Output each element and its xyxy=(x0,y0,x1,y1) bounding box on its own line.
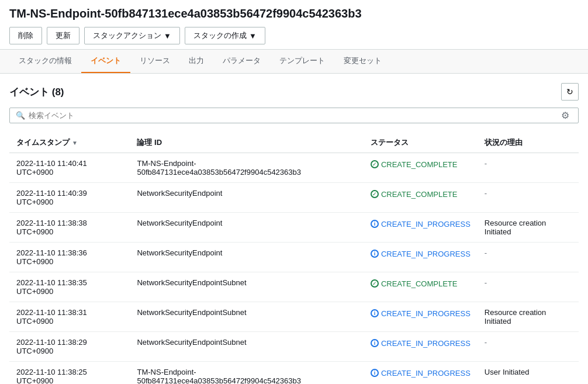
page-title-bar: TM-NS-Endpoint-50fb847131ece4a03853b5647… xyxy=(0,0,588,50)
cell-timestamp: 2022-11-10 11:38:31 UTC+0900 xyxy=(9,302,130,332)
tab-template[interactable]: テンプレート xyxy=(270,50,334,73)
table-header-row: タイムスタンプ ▼ 論理 ID ステータス 状況の理由 xyxy=(9,133,579,153)
cell-logical-id: NetworkSecurityEndpoint xyxy=(130,213,363,243)
status-progress-icon: i xyxy=(371,220,379,228)
cell-timestamp: 2022-11-10 11:38:29 UTC+0900 xyxy=(9,332,130,362)
table-row: 2022-11-10 11:38:29 UTC+0900NetworkSecur… xyxy=(9,332,579,362)
tab-info[interactable]: スタックの情報 xyxy=(9,50,81,73)
status-progress-icon: i xyxy=(371,309,379,317)
status-complete-icon: ✓ xyxy=(371,279,379,288)
col-header-reason: 状況の理由 xyxy=(478,133,579,153)
cell-timestamp: 2022-11-10 11:38:36 UTC+0900 xyxy=(9,243,130,272)
status-label: CREATE_COMPLETE xyxy=(381,160,458,169)
table-row: 2022-11-10 11:40:41 UTC+0900TM-NS-Endpoi… xyxy=(9,153,579,183)
col-header-timestamp: タイムスタンプ ▼ xyxy=(9,133,130,153)
events-title: イベント (8) xyxy=(9,85,64,99)
events-table: タイムスタンプ ▼ 論理 ID ステータス 状況の理由 2022-11-10 1… xyxy=(9,133,579,384)
cell-logical-id: NetworkSecurityEndpointSubnet xyxy=(130,332,363,362)
cell-status: ✓CREATE_COMPLETE xyxy=(364,272,478,302)
events-header: イベント (8) ↻ xyxy=(9,83,579,101)
table-row: 2022-11-10 11:38:31 UTC+0900NetworkSecur… xyxy=(9,302,579,332)
cell-status: iCREATE_IN_PROGRESS xyxy=(364,302,478,332)
table-row: 2022-11-10 11:38:36 UTC+0900NetworkSecur… xyxy=(9,243,579,272)
cell-reason: - xyxy=(478,243,579,272)
sort-icon: ▼ xyxy=(72,140,78,146)
status-progress-icon: i xyxy=(371,369,379,377)
status-label: CREATE_IN_PROGRESS xyxy=(381,250,471,258)
table-row: 2022-11-10 11:38:38 UTC+0900NetworkSecur… xyxy=(9,213,579,243)
cell-status: ✓CREATE_COMPLETE xyxy=(364,153,478,183)
page-title: TM-NS-Endpoint-50fb847131ece4a03853b5647… xyxy=(9,6,579,21)
cell-reason: - xyxy=(478,332,579,362)
cell-logical-id: NetworkSecurityEndpointSubnet xyxy=(130,302,363,332)
tabs-bar: スタックの情報 イベント リソース 出力 パラメータ テンプレート 変更セット xyxy=(0,50,588,74)
create-stack-button[interactable]: スタックの作成 ▼ xyxy=(185,27,265,44)
tab-changeset[interactable]: 変更セット xyxy=(334,50,391,73)
status-label: CREATE_IN_PROGRESS xyxy=(381,309,471,318)
status-label: CREATE_COMPLETE xyxy=(381,279,458,288)
table-row: 2022-11-10 11:38:25 UTC+0900TM-NS-Endpoi… xyxy=(9,362,579,385)
delete-button[interactable]: 削除 xyxy=(9,27,42,44)
cell-timestamp: 2022-11-10 11:40:41 UTC+0900 xyxy=(9,153,130,183)
cell-logical-id: NetworkSecurityEndpoint xyxy=(130,243,363,272)
status-label: CREATE_IN_PROGRESS xyxy=(381,369,471,378)
cell-logical-id: TM-NS-Endpoint-50fb847131ece4a03853b5647… xyxy=(130,153,363,183)
status-complete-icon: ✓ xyxy=(371,190,379,198)
table-row: 2022-11-10 11:40:39 UTC+0900NetworkSecur… xyxy=(9,183,579,213)
cell-status: iCREATE_IN_PROGRESS xyxy=(364,332,478,362)
main-content: イベント (8) ↻ 🔍 ⚙ タイムスタンプ ▼ 論理 ID ステータス 状況の… xyxy=(0,74,588,384)
stack-action-button[interactable]: スタックアクション ▼ xyxy=(84,27,180,44)
status-label: CREATE_COMPLETE xyxy=(381,190,458,199)
status-label: CREATE_IN_PROGRESS xyxy=(381,220,471,229)
cell-reason: - xyxy=(478,183,579,213)
cell-reason: - xyxy=(478,153,579,183)
cell-timestamp: 2022-11-10 11:38:35 UTC+0900 xyxy=(9,272,130,302)
tab-events[interactable]: イベント xyxy=(81,50,130,73)
status-progress-icon: i xyxy=(371,339,379,347)
cell-logical-id: NetworkSecurityEndpoint xyxy=(130,183,363,213)
cell-logical-id: TM-NS-Endpoint-50fb847131ece4a03853b5647… xyxy=(130,362,363,385)
search-bar[interactable]: 🔍 xyxy=(9,108,579,123)
cell-reason: User Initiated xyxy=(478,362,579,385)
col-header-status: ステータス xyxy=(364,133,478,153)
chevron-down-icon: ▼ xyxy=(249,32,257,40)
cell-timestamp: 2022-11-10 11:38:25 UTC+0900 xyxy=(9,362,130,385)
status-complete-icon: ✓ xyxy=(371,160,379,168)
search-row: 🔍 ⚙ xyxy=(9,108,579,123)
settings-icon[interactable]: ⚙ xyxy=(561,110,569,121)
update-button[interactable]: 更新 xyxy=(47,27,79,44)
cell-reason: Resource creation Initiated xyxy=(478,302,579,332)
tab-params[interactable]: パラメータ xyxy=(213,50,270,73)
col-header-logical-id: 論理 ID xyxy=(130,133,363,153)
search-input[interactable] xyxy=(29,111,572,120)
cell-logical-id: NetworkSecurityEndpointSubnet xyxy=(130,272,363,302)
table-row: 2022-11-10 11:38:35 UTC+0900NetworkSecur… xyxy=(9,272,579,302)
status-label: CREATE_IN_PROGRESS xyxy=(381,339,471,348)
cell-reason: - xyxy=(478,272,579,302)
cell-status: ✓CREATE_COMPLETE xyxy=(364,183,478,213)
refresh-button[interactable]: ↻ xyxy=(561,83,579,101)
cell-status: iCREATE_IN_PROGRESS xyxy=(364,243,478,272)
tab-resources[interactable]: リソース xyxy=(130,50,179,73)
cell-reason: Resource creation Initiated xyxy=(478,213,579,243)
tab-output[interactable]: 出力 xyxy=(179,50,213,73)
cell-timestamp: 2022-11-10 11:40:39 UTC+0900 xyxy=(9,183,130,213)
cell-timestamp: 2022-11-10 11:38:38 UTC+0900 xyxy=(9,213,130,243)
cell-status: iCREATE_IN_PROGRESS xyxy=(364,362,478,385)
status-progress-icon: i xyxy=(371,250,379,258)
toolbar: 削除 更新 スタックアクション ▼ スタックの作成 ▼ xyxy=(9,27,579,44)
chevron-down-icon: ▼ xyxy=(164,32,171,40)
search-icon: 🔍 xyxy=(16,111,25,120)
cell-status: iCREATE_IN_PROGRESS xyxy=(364,213,478,243)
